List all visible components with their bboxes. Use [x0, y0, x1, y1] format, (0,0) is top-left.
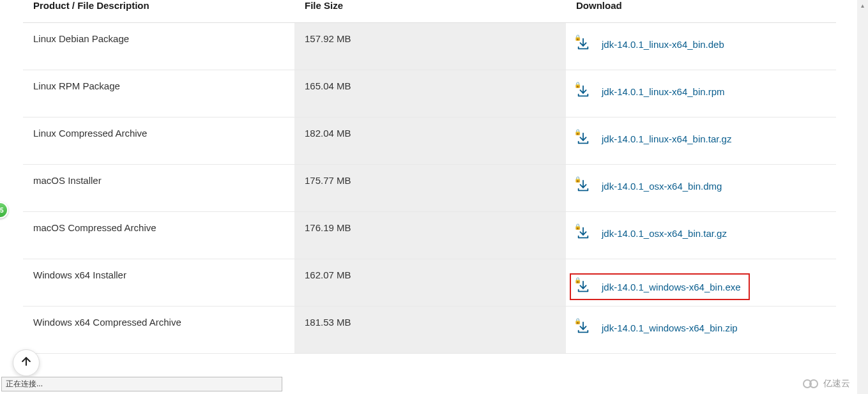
- cell-size: 176.19 MB: [294, 212, 566, 259]
- table-row: macOS Installer175.77 MB 🔒 jdk-14.0.1_os…: [23, 165, 836, 212]
- cell-size: 182.04 MB: [294, 117, 566, 165]
- lock-icon: 🔒: [574, 82, 581, 88]
- download-icon: 🔒: [576, 37, 590, 51]
- cell-download: 🔒 jdk-14.0.1_windows-x64_bin.zip: [566, 307, 836, 354]
- lock-icon: 🔒: [574, 176, 581, 183]
- cell-product: Windows x64 Compressed Archive: [23, 307, 294, 354]
- lock-icon: 🔒: [574, 318, 581, 324]
- col-header-product: Product / File Description: [23, 0, 294, 23]
- download-filename: jdk-14.0.1_linux-x64_bin.deb: [602, 39, 724, 50]
- cell-download: 🔒 jdk-14.0.1_linux-x64_bin.rpm: [566, 70, 836, 117]
- scroll-up-arrow-icon[interactable]: ▴: [857, 0, 868, 11]
- cell-product: macOS Compressed Archive: [23, 212, 294, 259]
- download-link[interactable]: 🔒 jdk-14.0.1_linux-x64_bin.tar.gz: [576, 132, 731, 146]
- cell-product: Linux RPM Package: [23, 70, 294, 117]
- brand-logo-icon: [803, 377, 821, 390]
- cell-size: 175.77 MB: [294, 165, 566, 212]
- cell-download: 🔒 jdk-14.0.1_linux-x64_bin.tar.gz: [566, 117, 836, 165]
- performance-badge[interactable]: 75: [0, 202, 8, 218]
- cell-product: Linux Debian Package: [23, 23, 294, 70]
- lock-icon: 🔒: [574, 277, 581, 284]
- cell-download: 🔒 jdk-14.0.1_linux-x64_bin.deb: [566, 23, 836, 70]
- table-row: Linux RPM Package165.04 MB 🔒 jdk-14.0.1_…: [23, 70, 836, 117]
- download-filename: jdk-14.0.1_osx-x64_bin.dmg: [602, 181, 722, 192]
- col-header-download: Download: [566, 0, 836, 23]
- table-row: Windows x64 Installer162.07 MB 🔒 jdk-14.…: [23, 259, 836, 307]
- download-icon: 🔒: [576, 321, 590, 335]
- lock-icon: 🔒: [574, 224, 581, 230]
- download-link[interactable]: 🔒 jdk-14.0.1_linux-x64_bin.deb: [576, 37, 724, 51]
- download-link[interactable]: 🔒 jdk-14.0.1_osx-x64_bin.dmg: [576, 179, 722, 193]
- download-link[interactable]: 🔒 jdk-14.0.1_osx-x64_bin.tar.gz: [576, 226, 727, 240]
- table-row: Linux Compressed Archive182.04 MB 🔒 jdk-…: [23, 117, 836, 165]
- table-header-row: Product / File Description File Size Dow…: [23, 0, 836, 23]
- download-icon: 🔒: [576, 84, 590, 98]
- download-link[interactable]: 🔒 jdk-14.0.1_linux-x64_bin.rpm: [576, 84, 725, 98]
- cell-download: 🔒 jdk-14.0.1_osx-x64_bin.dmg: [566, 165, 836, 212]
- download-link[interactable]: 🔒 jdk-14.0.1_windows-x64_bin.zip: [576, 321, 738, 335]
- download-filename: jdk-14.0.1_windows-x64_bin.exe: [602, 282, 741, 292]
- cell-size: 157.92 MB: [294, 23, 566, 70]
- download-icon: 🔒: [576, 132, 590, 146]
- cell-product: Windows x64 Installer: [23, 259, 294, 307]
- lock-icon: 🔒: [574, 34, 581, 41]
- table-row: Windows x64 Compressed Archive181.53 MB …: [23, 307, 836, 354]
- download-filename: jdk-14.0.1_windows-x64_bin.zip: [602, 322, 738, 333]
- table-row: Linux Debian Package157.92 MB 🔒 jdk-14.0…: [23, 23, 836, 70]
- cell-size: 181.53 MB: [294, 307, 566, 354]
- col-header-size: File Size: [294, 0, 566, 23]
- cell-download: 🔒 jdk-14.0.1_windows-x64_bin.exe: [566, 259, 836, 307]
- download-filename: jdk-14.0.1_osx-x64_bin.tar.gz: [602, 228, 727, 239]
- brand-watermark: 亿速云: [803, 377, 850, 390]
- cell-product: Linux Compressed Archive: [23, 117, 294, 165]
- vertical-scrollbar[interactable]: ▴: [857, 0, 868, 394]
- arrow-up-icon: [20, 355, 33, 370]
- brand-text: 亿速云: [823, 378, 850, 390]
- cell-size: 162.07 MB: [294, 259, 566, 307]
- download-icon: 🔒: [576, 226, 590, 240]
- lock-icon: 🔒: [574, 129, 581, 135]
- download-filename: jdk-14.0.1_linux-x64_bin.rpm: [602, 86, 725, 97]
- download-icon: 🔒: [576, 280, 590, 294]
- table-row: macOS Compressed Archive176.19 MB 🔒 jdk-…: [23, 212, 836, 259]
- scroll-to-top-button[interactable]: [13, 349, 40, 376]
- cell-size: 165.04 MB: [294, 70, 566, 117]
- cell-product: macOS Installer: [23, 165, 294, 212]
- downloads-table-container: Product / File Description File Size Dow…: [23, 0, 836, 354]
- downloads-table: Product / File Description File Size Dow…: [23, 0, 836, 354]
- download-icon: 🔒: [576, 179, 590, 193]
- cell-download: 🔒 jdk-14.0.1_osx-x64_bin.tar.gz: [566, 212, 836, 259]
- download-filename: jdk-14.0.1_linux-x64_bin.tar.gz: [602, 133, 731, 144]
- download-link[interactable]: 🔒 jdk-14.0.1_windows-x64_bin.exe: [570, 273, 750, 300]
- browser-status-bar: 正在连接...: [1, 377, 282, 391]
